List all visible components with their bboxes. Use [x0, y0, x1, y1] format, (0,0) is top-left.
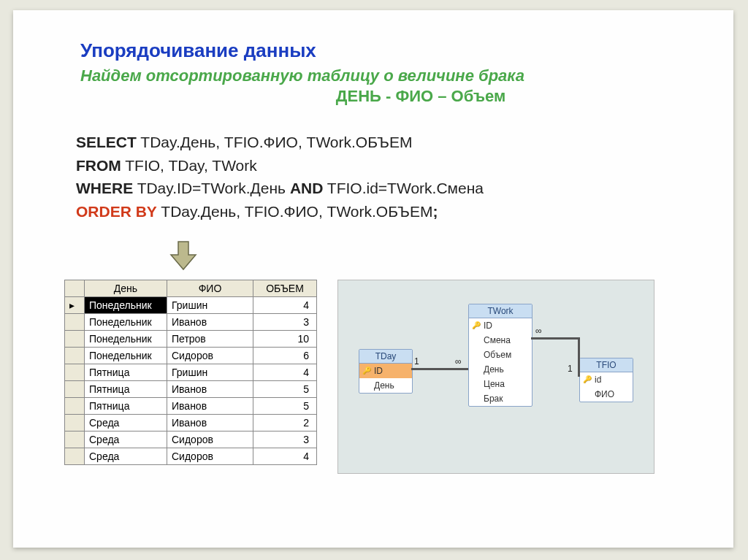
- key-icon: 🔑: [472, 321, 481, 329]
- cell-volume: 3: [253, 314, 317, 331]
- table-row: СредаСидоров4: [65, 448, 317, 465]
- entity-tday-field: День: [359, 378, 412, 393]
- relationship-label-many: ∞: [455, 356, 462, 367]
- sql-line-from: FROM TFIO, TDay, TWork: [76, 154, 690, 177]
- slide-title: Упорядочивание данных: [80, 39, 690, 62]
- relationship-label-one: 1: [568, 364, 573, 374]
- sql-keyword-select: SELECT: [76, 134, 137, 150]
- cell-day: Среда: [85, 431, 167, 448]
- sql-where-cond2: TFIO.id=TWork.Смена: [323, 180, 484, 196]
- cell-volume: 5: [253, 381, 317, 398]
- sql-semicolon: ;: [432, 203, 438, 220]
- cell-day: Пятница: [85, 364, 167, 381]
- entity-twork-field: Смена: [469, 333, 532, 348]
- cell-fio: Гришин: [167, 364, 253, 381]
- col-header-day: День: [85, 280, 167, 297]
- cell-volume: 3: [253, 431, 317, 448]
- sql-keyword-and: AND: [290, 180, 324, 196]
- bottom-area: День ФИО ОБЪЕМ ▸ПонедельникГришин4Понеде…: [64, 280, 690, 474]
- entity-tday-pk-label: ID: [374, 366, 383, 376]
- key-icon: 🔑: [583, 375, 592, 383]
- cell-fio: Сидоров: [167, 431, 253, 448]
- cell-fio: Петров: [167, 331, 253, 348]
- sql-line-select: SELECT TDay.День, TFIO.ФИО, TWork.ОБЪЕМ: [76, 131, 690, 154]
- cell-fio: Иванов: [167, 381, 253, 398]
- sql-from-tables: TFIO, TDay, TWork: [121, 157, 257, 174]
- cell-volume: 4: [253, 448, 317, 465]
- row-gutter: [65, 348, 85, 364]
- entity-twork-title: TWork: [469, 304, 532, 318]
- entity-tfio-pk: 🔑 id: [580, 372, 633, 387]
- row-gutter: [65, 415, 85, 431]
- table-row: ПятницаГришин4: [65, 364, 317, 381]
- relationship-label-many: ∞: [535, 326, 542, 336]
- table-row: ПонедельникСидоров6: [65, 348, 317, 364]
- table-gutter-header: [65, 280, 85, 297]
- cell-fio: Сидоров: [167, 448, 253, 465]
- cell-fio: Гришин: [167, 297, 253, 314]
- entity-twork-pk-label: ID: [484, 321, 492, 331]
- sql-select-columns: TDay.День, TFIO.ФИО, TWork.ОБЪЕМ: [137, 134, 413, 150]
- entity-twork-field: Брак: [469, 391, 532, 406]
- col-header-fio: ФИО: [167, 280, 253, 297]
- cell-volume: 4: [253, 364, 317, 381]
- table-row: ПятницаИванов5: [65, 381, 317, 398]
- result-table: День ФИО ОБЪЕМ ▸ПонедельникГришин4Понеде…: [64, 280, 317, 465]
- sql-keyword-where: WHERE: [76, 180, 133, 196]
- table-row: СредаИванов2: [65, 415, 317, 431]
- entity-tfio-title: TFIO: [580, 358, 633, 372]
- relationship-line: [531, 337, 579, 340]
- slide: Упорядочивание данных Найдем отсортирова…: [13, 10, 733, 548]
- cell-volume: 10: [253, 331, 317, 348]
- row-gutter: [65, 431, 85, 448]
- cell-day: Среда: [85, 448, 167, 465]
- cell-day: Понедельник: [85, 314, 167, 331]
- table-row: ПонедельникПетров10: [65, 331, 317, 348]
- cell-fio: Иванов: [167, 398, 253, 415]
- entity-tday: TDay 🔑 ID День: [359, 349, 413, 394]
- sql-where-cond1: TDay.ID=TWork.День: [133, 180, 290, 196]
- slide-subtitle-1: Найдем отсортированную таблицу о величин…: [80, 66, 690, 85]
- sql-keyword-from: FROM: [76, 157, 121, 174]
- entity-tday-pk: 🔑 ID: [359, 364, 412, 378]
- table-row: ПятницаИванов5: [65, 398, 317, 415]
- cell-day: Понедельник: [85, 348, 167, 364]
- cell-volume: 5: [253, 398, 317, 415]
- cell-volume: 4: [253, 297, 317, 314]
- down-arrow-icon: [167, 239, 200, 272]
- sql-keyword-orderby: ORDER BY: [76, 203, 157, 220]
- entity-twork-field: Объем: [469, 348, 532, 362]
- row-gutter: [65, 314, 85, 331]
- row-gutter: [65, 381, 85, 398]
- entity-twork-pk: 🔑 ID: [469, 318, 532, 333]
- cell-day: Понедельник: [85, 297, 167, 314]
- col-header-volume: ОБЪЕМ: [253, 280, 317, 297]
- row-gutter: [65, 398, 85, 415]
- table-row: ПонедельникИванов3: [65, 314, 317, 331]
- cell-day: Пятница: [85, 381, 167, 398]
- entity-twork: TWork 🔑 ID Смена Объем День Цена Брак: [468, 304, 533, 407]
- relationship-diagram: TDay 🔑 ID День TWork 🔑 ID Смена Объем Де…: [337, 280, 654, 474]
- cell-day: Пятница: [85, 398, 167, 415]
- cell-day: Среда: [85, 415, 167, 431]
- relationship-label-one: 1: [414, 356, 419, 367]
- slide-subtitle-2: ДЕНЬ - ФИО – Объем: [152, 87, 690, 106]
- sql-line-orderby: ORDER BY TDay.День, TFIO.ФИО, TWork.ОБЪЕ…: [76, 200, 690, 223]
- cell-fio: Сидоров: [167, 348, 253, 364]
- relationship-line: [411, 368, 468, 370]
- cell-volume: 6: [253, 348, 317, 364]
- relationship-line: [578, 337, 580, 377]
- entity-tfio-pk-label: id: [595, 375, 601, 385]
- entity-twork-field: День: [469, 362, 532, 377]
- table-row: ▸ПонедельникГришин4: [65, 297, 317, 314]
- table-row: СредаСидоров3: [65, 431, 317, 448]
- cell-fio: Иванов: [167, 415, 253, 431]
- row-gutter: [65, 364, 85, 381]
- sql-line-where: WHERE TDay.ID=TWork.День AND TFIO.id=TWo…: [76, 177, 690, 200]
- sql-query: SELECT TDay.День, TFIO.ФИО, TWork.ОБЪЕМ …: [76, 131, 690, 223]
- entity-tday-title: TDay: [359, 350, 412, 364]
- cell-fio: Иванов: [167, 314, 253, 331]
- entity-tfio: TFIO 🔑 id ФИО: [579, 358, 633, 402]
- key-icon: 🔑: [362, 367, 371, 375]
- entity-tfio-field: ФИО: [580, 387, 633, 402]
